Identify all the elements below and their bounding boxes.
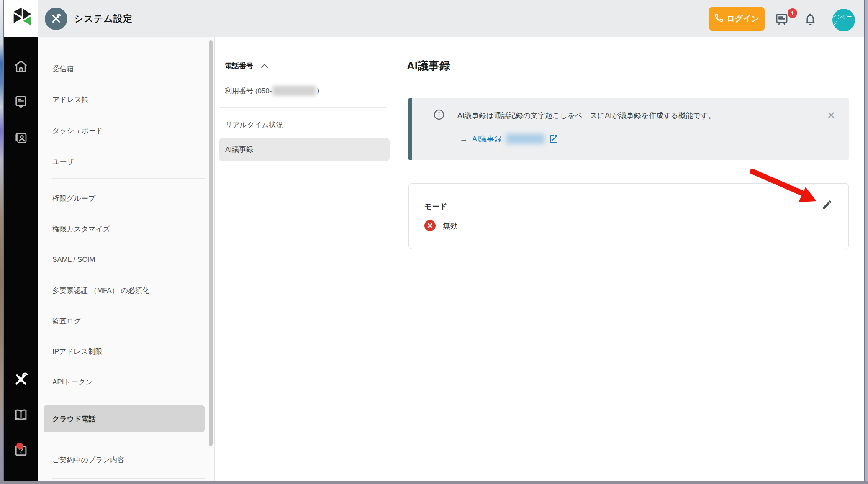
- sidebar-item-plan[interactable]: ご契約中のプラン内容: [52, 453, 124, 466]
- usage-number-prefix: 利用番号 (050-: [225, 86, 272, 96]
- notification-badge: 1: [787, 8, 798, 19]
- rail-guide-button[interactable]: [4, 403, 38, 428]
- sidebar-item-permission-groups[interactable]: 権限グループ: [52, 192, 95, 205]
- login-button[interactable]: ログイン: [709, 7, 765, 31]
- settings-sidebar: 受信箱 アドレス帳 ダッシュボード ユーザ 権限グループ 権限カスタマイズ SA…: [38, 37, 215, 481]
- sidebar-divider: [52, 178, 205, 179]
- sidebar-divider: [52, 439, 205, 439]
- sidebar-item-ip-restriction[interactable]: IPアドレス制限: [52, 345, 103, 358]
- help-notification-dot: [16, 443, 23, 449]
- redacted-link-text: [506, 134, 544, 144]
- system-settings-icon: [45, 8, 67, 30]
- sidebar-item-user[interactable]: ユーザ: [52, 155, 74, 168]
- tools-icon: [13, 371, 29, 389]
- ingage-logo-icon: [10, 6, 32, 31]
- mode-status-row: 無効: [424, 220, 458, 231]
- cloud-phone-submenu: 電話番号 利用番号 (050-) リアルタイム状況 AI議事録: [215, 37, 392, 481]
- rail-settings-button[interactable]: [4, 368, 38, 393]
- rail-help-button[interactable]: ?: [4, 440, 38, 465]
- app-logo[interactable]: [4, 0, 38, 37]
- edit-mode-button[interactable]: [821, 199, 833, 212]
- desktop-edge-bottom: [0, 481, 868, 484]
- info-banner: AI議事録は通話記録の文字起こしをベースにAIが議事録を作成する機能です。 ✕ …: [408, 98, 849, 160]
- sidebar-item-permission-custom[interactable]: 権限カスタマイズ: [52, 223, 110, 235]
- banner-message: AI議事録は通話記録の文字起こしをベースにAIが議事録を作成する機能です。: [457, 110, 715, 120]
- login-label: ログイン: [727, 13, 760, 24]
- sidebar-divider: [52, 478, 205, 479]
- submenu-item-ai-minutes-selected[interactable]: AI議事録: [219, 138, 390, 161]
- user-avatar[interactable]: インゲージ: [832, 9, 855, 31]
- contacts-icon: [13, 130, 28, 147]
- rail-contacts-button[interactable]: [4, 126, 38, 151]
- avatar-label: インゲージ: [832, 14, 855, 26]
- sidebar-item-api-token[interactable]: APIトークン: [52, 376, 93, 388]
- mode-card: モード 無効: [408, 183, 849, 249]
- nav-rail: ?: [4, 37, 38, 481]
- info-icon: [433, 109, 445, 122]
- sidebar-item-audit-log[interactable]: 監査ログ: [52, 315, 81, 327]
- pencil-icon: [822, 199, 833, 212]
- book-icon: [13, 407, 29, 425]
- rail-home-button[interactable]: [4, 55, 38, 80]
- cross-circle-icon: [424, 220, 436, 231]
- page-title: システム設定: [74, 0, 133, 37]
- external-link-icon[interactable]: [549, 134, 559, 144]
- help-icon: ?: [13, 443, 29, 461]
- arrow-right-glyph: →: [460, 134, 468, 144]
- content-title: AI議事録: [407, 59, 450, 73]
- chevron-up-icon: [261, 62, 268, 70]
- phone-icon: [714, 13, 724, 25]
- rail-inbox-button[interactable]: [4, 90, 38, 115]
- usage-number-suffix: ): [317, 87, 319, 95]
- mode-label: モード: [424, 202, 447, 212]
- usage-number-item[interactable]: 利用番号 (050-): [225, 86, 319, 96]
- inbox-tray-icon: [13, 94, 28, 110]
- notifications-button[interactable]: [801, 11, 819, 29]
- phone-number-section-header[interactable]: 電話番号: [225, 61, 268, 71]
- sidebar-item-inbox[interactable]: 受信箱: [52, 62, 74, 75]
- app-window: システム設定 ログイン 1: [3, 0, 865, 481]
- submenu-divider: [220, 107, 386, 108]
- sidebar-item-dashboard[interactable]: ダッシュボード: [52, 124, 103, 137]
- sidebar-divider: [52, 399, 205, 399]
- main-panel: AI議事録 AI議事録は通話記録の文字起こしをベースにAIが議事録を作成する機能…: [392, 37, 865, 481]
- sidebar-item-addressbook[interactable]: アドレス帳: [52, 93, 89, 106]
- banner-close-button[interactable]: ✕: [827, 110, 835, 120]
- sidebar-scrollbar-thumb[interactable]: [209, 40, 213, 446]
- sidebar-item-cloud-phone-selected[interactable]: クラウド電話: [44, 405, 205, 432]
- redacted-phone-digits: [272, 86, 316, 96]
- mode-status-value: 無効: [443, 221, 458, 231]
- ai-minutes-link[interactable]: AI議事録: [472, 134, 502, 144]
- sidebar-item-mfa[interactable]: 多要素認証 （MFA） の必須化: [52, 284, 149, 297]
- bell-icon: [803, 12, 817, 28]
- sidebar-item-saml-scim[interactable]: SAML / SCIM: [52, 254, 95, 266]
- submenu-item-realtime[interactable]: リアルタイム状況: [225, 119, 283, 130]
- phone-number-section-label: 電話番号: [225, 61, 253, 71]
- header-bar: システム設定 ログイン 1: [4, 0, 865, 37]
- home-icon: [13, 59, 29, 76]
